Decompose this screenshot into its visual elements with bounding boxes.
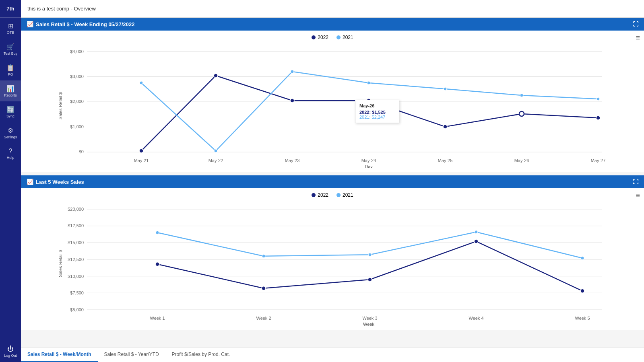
svg-text:$0: $0 (79, 149, 84, 154)
svg-point-24 (519, 111, 524, 116)
weekly-chart-container: 2022 2021 ≡ (21, 31, 644, 172)
svg-text:$4,000: $4,000 (70, 49, 84, 54)
svg-text:May-22: May-22 (208, 158, 223, 163)
svg-text:May-27: May-27 (591, 158, 606, 163)
weekly5-chart-title: Last 5 Weeks Sales (36, 179, 84, 185)
expand-icon[interactable]: ⛶ (633, 21, 638, 27)
sync-icon: 🔄 (6, 106, 14, 113)
svg-text:Week 1: Week 1 (150, 316, 165, 321)
svg-point-22 (367, 99, 371, 103)
svg-point-26 (140, 81, 143, 84)
svg-text:May-26: May-26 (514, 158, 529, 163)
svg-point-29 (367, 81, 370, 84)
svg-text:$17,500: $17,500 (68, 223, 84, 228)
svg-text:$20,000: $20,000 (68, 207, 84, 212)
tab-sales-week-month[interactable]: Sales Retail $ - Week/Month (21, 348, 98, 362)
sidebar-label-sync: Sync (6, 114, 14, 118)
svg-text:May-25: May-25 (438, 158, 453, 163)
sidebar-item-settings[interactable]: ⚙ Settings (0, 122, 21, 143)
logout-icon: ⏻ (7, 346, 14, 353)
svg-text:Week 2: Week 2 (256, 316, 271, 321)
weekly5-chart-svg-wrapper: $20,000 $17,500 $15,000 $12,500 $10,000 … (25, 201, 640, 326)
svg-point-60 (262, 255, 265, 258)
svg-point-23 (443, 125, 447, 129)
svg-text:Week 4: Week 4 (469, 316, 483, 321)
weekly-chart-section: 📈 Sales Retail $ - Week Ending 05/27/202… (21, 18, 644, 172)
svg-text:Week: Week (363, 322, 374, 326)
page-title: this is a test comp - Overview (27, 6, 96, 12)
svg-text:Day: Day (365, 164, 373, 168)
legend-label-2022: 2022 (318, 35, 328, 40)
legend-dot-2021 (336, 35, 341, 39)
topbar: this is a test comp - Overview (21, 0, 644, 18)
bottom-tabs: Sales Retail $ - Week/Month Sales Retail… (21, 347, 644, 362)
legend2-dot-2022 (312, 193, 316, 197)
tab-sales-year-ytd[interactable]: Sales Retail $ - Year/YTD (98, 348, 165, 362)
svg-text:$15,000: $15,000 (68, 240, 84, 245)
chart-line-icon: 📈 (27, 21, 33, 27)
weekly5-chart-section: 📈 Last 5 Weeks Sales ⛶ 2022 2021 (21, 175, 644, 330)
legend-label-2021: 2021 (343, 35, 353, 40)
svg-text:$12,500: $12,500 (68, 257, 84, 262)
svg-point-63 (581, 257, 584, 260)
tab-profit-sales[interactable]: Profit $/Sales by Prod. Cat. (165, 348, 237, 362)
settings-icon: ⚙ (8, 127, 13, 134)
sidebar-label-logout: Log Out (4, 354, 17, 358)
svg-point-55 (262, 286, 266, 290)
sidebar-item-otb[interactable]: ⊞ OTB (0, 18, 21, 39)
legend2-label-2021: 2021 (343, 192, 353, 198)
sidebar-item-reports[interactable]: 📊 Reports (0, 80, 21, 101)
sidebar-label-settings: Settings (4, 135, 17, 139)
svg-point-57 (474, 239, 478, 243)
legend2-label-2022: 2022 (318, 192, 328, 198)
svg-text:May-23: May-23 (285, 158, 300, 163)
main-area: this is a test comp - Overview 📈 Sales R… (21, 0, 644, 362)
legend2-dot-2021 (336, 193, 341, 197)
weekly-chart-title: Sales Retail $ - Week Ending 05/27/2022 (36, 21, 134, 27)
sidebar: 7th ⊞ OTB 🛒 Test Buy 📋 PO 📊 Reports 🔄 Sy… (0, 0, 21, 362)
otb-icon: ⊞ (8, 22, 13, 30)
sidebar-item-help[interactable]: ? Help (0, 143, 21, 164)
reports-icon: 📊 (6, 85, 14, 93)
app-logo: 7th (0, 0, 21, 18)
chart-menu-button[interactable]: ≡ (636, 34, 640, 42)
svg-text:Sales Retail $: Sales Retail $ (58, 250, 63, 277)
svg-point-58 (580, 289, 584, 293)
chart2-line-icon: 📈 (27, 179, 33, 185)
svg-text:Week 3: Week 3 (362, 316, 377, 321)
svg-text:$3,000: $3,000 (70, 74, 84, 79)
weekly5-chart-container: 2022 2021 ≡ (21, 188, 644, 330)
svg-text:$7,500: $7,500 (70, 290, 84, 295)
sidebar-item-test-buy[interactable]: 🛒 Test Buy (0, 39, 21, 60)
svg-text:Week 5: Week 5 (575, 316, 590, 321)
sidebar-label-otb: OTB (7, 31, 14, 35)
svg-point-59 (156, 231, 159, 234)
svg-point-20 (214, 74, 218, 78)
sidebar-label-reports: Reports (4, 93, 17, 97)
legend-dot-2022 (312, 35, 316, 39)
weekly-chart-legend: 2022 2021 (25, 35, 640, 40)
svg-point-28 (291, 70, 294, 73)
svg-text:$1,000: $1,000 (70, 124, 84, 129)
legend-2022: 2022 (312, 35, 328, 40)
svg-point-32 (597, 97, 600, 101)
weekly5-chart-header: 📈 Last 5 Weeks Sales ⛶ (21, 175, 644, 188)
svg-point-62 (475, 230, 478, 234)
sidebar-item-sync[interactable]: 🔄 Sync (0, 101, 21, 122)
svg-text:May-21: May-21 (134, 158, 149, 163)
legend2-2022: 2022 (312, 192, 328, 198)
chart2-menu-button[interactable]: ≡ (636, 191, 640, 200)
expand-icon-2[interactable]: ⛶ (633, 179, 638, 185)
svg-point-30 (444, 87, 447, 90)
sidebar-item-logout[interactable]: ⏻ Log Out (0, 341, 21, 362)
weekly-chart-header: 📈 Sales Retail $ - Week Ending 05/27/202… (21, 18, 644, 31)
sidebar-item-po[interactable]: 📋 PO (0, 60, 21, 80)
sidebar-label-help: Help (7, 156, 14, 160)
sidebar-label-po: PO (8, 72, 13, 76)
help-icon: ? (9, 148, 12, 155)
svg-text:$5,000: $5,000 (70, 307, 84, 312)
po-icon: 📋 (6, 64, 14, 72)
svg-point-25 (596, 116, 600, 120)
svg-text:Sales Retail $: Sales Retail $ (58, 92, 63, 119)
svg-point-56 (368, 278, 372, 282)
